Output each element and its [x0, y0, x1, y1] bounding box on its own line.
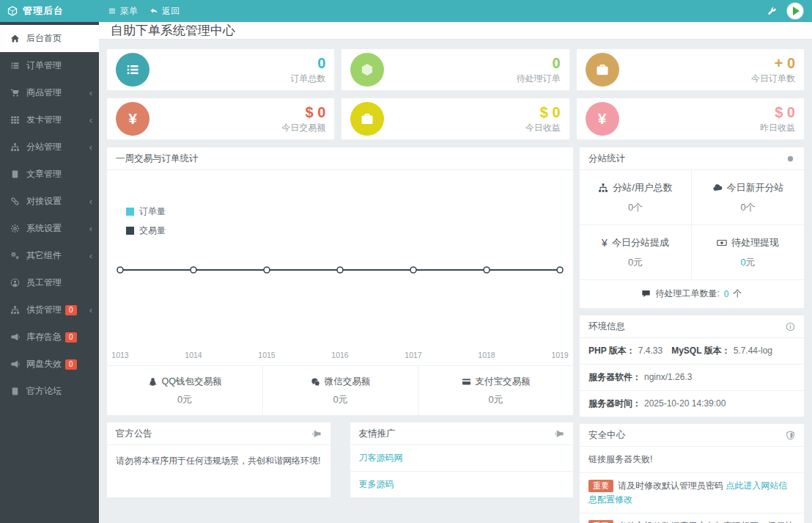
payment-title: QQ钱包交易额 [107, 376, 262, 388]
topbar-nav: 菜单 返回 [99, 5, 180, 18]
announcement-title: 官方公告 [116, 428, 152, 440]
sidebar-item-7[interactable]: 对接设置‹ [0, 188, 99, 215]
tickets-count: 0 [724, 289, 729, 299]
promo-link-1[interactable]: 刀客源码网 [359, 453, 403, 463]
announcement-body: 请勿将本程序用于任何违规场景，共创和谐网络环境! [107, 445, 331, 479]
promo-title: 友情推广 [359, 428, 396, 440]
sidebar-item-14[interactable]: 官方论坛 [0, 378, 99, 405]
sidebar-item-label: 员工管理 [26, 277, 62, 289]
promo-row: 刀客源码网 [350, 445, 574, 472]
stat-value: $ 0 [525, 104, 561, 120]
cart-icon [10, 88, 20, 98]
legend-item[interactable]: 交易量 [126, 224, 166, 237]
play-icon [793, 7, 800, 15]
svg-text:1016: 1016 [331, 351, 348, 359]
stat-card-4: ¥$ 0今日交易额 [106, 98, 335, 140]
legend-swatch [126, 208, 134, 216]
sidebar-item-label: 发卡管理 [26, 114, 62, 126]
sidebar-item-1[interactable]: 后台首页 [0, 25, 99, 52]
stat-text: 0待处理订单 [517, 55, 561, 85]
stat-label: 今日收益 [525, 122, 561, 134]
substation-cell-value: 0元 [692, 256, 804, 269]
payment-cell-2: 微信交易额0元 [262, 366, 418, 415]
page-title: 自助下单系统管理中心 [111, 22, 235, 39]
env-pair: MySQL 版本：5.7.44-log [671, 345, 772, 356]
payment-summary-row: QQ钱包交易额0元微信交易额0元支付宝交易额0元 [107, 365, 573, 415]
value-unit: 元 [746, 257, 756, 268]
yen-icon: ¥ [602, 237, 608, 249]
stat-label: 订单总数 [290, 73, 325, 85]
payment-cell-3: 支付宝交易额0元 [418, 366, 573, 415]
main: 自助下单系统管理中心 0订单总数0待处理订单+ 0今日订单数¥$ 0今日交易额$… [99, 22, 812, 523]
promo-link-2[interactable]: 更多源码 [359, 479, 394, 489]
substation-grid: 分站/用户总数0个今日新开分站0个¥今日分站提成0元待处理提现0元 [580, 170, 804, 280]
sitemap-icon [10, 142, 20, 152]
site-logo[interactable] [787, 3, 803, 19]
env-header: 环境信息 [580, 315, 804, 338]
sidebar-item-6[interactable]: 文章管理 [0, 161, 99, 188]
sidebar-item-13[interactable]: 网盘失效0 [0, 351, 99, 378]
sidebar-item-9[interactable]: 其它组件‹ [0, 242, 99, 269]
back-button-label: 返回 [162, 5, 180, 18]
promo-panel: 友情推广 刀客源码网更多源码 [350, 422, 575, 498]
chart-panel: 一周交易与订单统计 订单量交易量 10131014101510161017101… [106, 147, 574, 416]
chevron-left-icon: ‹ [89, 88, 92, 98]
sidebar-item-label: 分站管理 [26, 141, 62, 153]
sidebar-item-10[interactable]: 员工管理 [0, 269, 99, 296]
menu-toggle[interactable]: 菜单 [108, 5, 138, 18]
substation-cell-4: 待处理提现0元 [692, 225, 804, 280]
value-unit: 元 [633, 257, 643, 268]
substation-title: 分站统计 [588, 153, 625, 165]
stat-value: $ 0 [760, 104, 795, 120]
env-row-1: PHP 版本：7.4.33MySQL 版本：5.7.44-log [580, 338, 804, 365]
sidebar-item-8[interactable]: 系统设置‹ [0, 215, 99, 242]
chart-panel-title: 一周交易与订单统计 [116, 153, 199, 165]
link-icon [10, 197, 20, 206]
sidebar-item-11[interactable]: 供货管理0‹ [0, 296, 99, 323]
sidebar-item-3[interactable]: 商品管理‹ [0, 79, 99, 106]
sidebar-item-5[interactable]: 分站管理‹ [0, 134, 99, 161]
value-number: 0 [740, 257, 745, 268]
stat-text: 0订单总数 [290, 55, 325, 85]
stat-value: 0 [290, 55, 325, 71]
bars-icon [108, 7, 117, 15]
card-icon [462, 377, 471, 387]
payment-label: 支付宝交易额 [476, 376, 531, 388]
right-column: 分站统计 分站/用户总数0个今日新开分站0个¥今日分站提成0元待处理提现0元 待… [579, 147, 805, 523]
stat-text: $ 0今日收益 [525, 104, 561, 134]
sidebar-item-2[interactable]: 订单管理 [0, 52, 99, 79]
substation-cell-title: 待处理提现 [692, 236, 804, 249]
content: 0订单总数0待处理订单+ 0今日订单数¥$ 0今日交易额$ 0今日收益¥$ 0昨… [99, 40, 812, 523]
value-number: 0 [740, 202, 745, 213]
wrench-icon[interactable] [767, 7, 777, 16]
line-chart: 1013101410151016101710181019 [107, 170, 573, 365]
back-button[interactable]: 返回 [150, 5, 180, 18]
value-unit: 个 [746, 202, 756, 213]
stat-label: 待处理订单 [517, 73, 561, 85]
legend-label: 订单量 [139, 205, 166, 218]
stat-card-5: $ 0今日收益 [341, 98, 569, 140]
security-notice-1: 重要请及时修改默认管理员密码 点此进入网站信息配置修改 [580, 473, 804, 513]
env-title: 环境信息 [588, 321, 625, 333]
env-value: nginx/1.26.3 [644, 372, 692, 382]
svg-text:1015: 1015 [258, 351, 275, 359]
substation-cell-title: ¥今日分站提成 [580, 236, 691, 249]
stat-card-3: + 0今日订单数 [576, 48, 805, 91]
stat-card-1: 0订单总数 [106, 48, 335, 91]
stat-circle [350, 102, 384, 136]
gear-icon [10, 224, 20, 233]
payment-value: 0元 [418, 393, 573, 406]
legend-item[interactable]: 订单量 [126, 205, 166, 218]
sitemap-icon [598, 183, 608, 193]
brand[interactable]: 管理后台 [0, 4, 99, 18]
sidebar-item-12[interactable]: 库存告急0 [0, 323, 99, 351]
legend-swatch [126, 227, 134, 235]
svg-text:1019: 1019 [551, 351, 568, 359]
substation-cell-value: 0元 [580, 256, 691, 269]
chevron-left-icon: ‹ [89, 197, 92, 206]
topbar: 管理后台 菜单 返回 [0, 0, 812, 22]
sidebar-item-4[interactable]: 发卡管理‹ [0, 106, 99, 134]
substation-cell-title: 今日新开分站 [692, 181, 804, 194]
stat-circle [116, 53, 150, 87]
security-panel: 安全中心 链接服务器失败! 重要请及时修改默认管理员密码 点此进入网站信息配置修… [579, 423, 805, 523]
